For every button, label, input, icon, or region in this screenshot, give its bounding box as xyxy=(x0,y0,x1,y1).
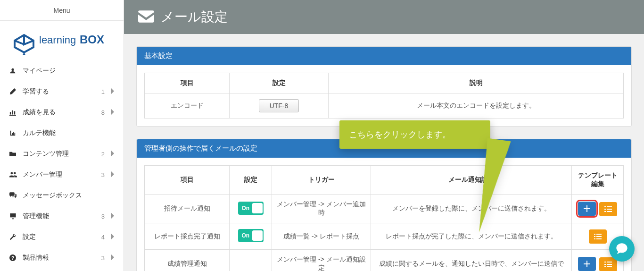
sidebar-item-badge: 8 xyxy=(101,109,105,116)
encode-button[interactable]: UTF-8 xyxy=(259,99,299,112)
sidebar-item-label: 成績を見る xyxy=(23,108,101,117)
wrench-icon xyxy=(9,234,20,240)
pencil-icon xyxy=(9,88,20,95)
tutorial-callout: こちらをクリックします。 xyxy=(339,120,490,149)
users-icon xyxy=(9,171,20,178)
sidebar-item-label: カルテ機能 xyxy=(23,129,115,137)
sidebar-item-contents[interactable]: コンテンツ管理 2 xyxy=(0,144,124,164)
menu-label: Menu xyxy=(53,7,70,14)
toggle-on[interactable]: On xyxy=(238,202,264,215)
cell-item: エンコード xyxy=(145,93,230,119)
col-desc: 説明 xyxy=(329,73,624,93)
cell-trigger: メンバー管理 -> メンバー追加時 xyxy=(272,195,371,223)
cell-desc: メンバーを登録した際に、メンバーに送信されます。 xyxy=(371,195,572,223)
table-header-row: 項目 設定 トリガー メール通知説明 テンプレート編集 xyxy=(145,166,624,195)
sidebar-nav: マイページ 学習する 1 成績を見る 8 カルテ機能 コンテンツ管理 2 メンバ… xyxy=(0,60,124,271)
sidebar-item-karte[interactable]: カルテ機能 xyxy=(0,123,124,144)
cell-item: 成績管理通知 xyxy=(145,250,230,271)
table-row: 成績管理通知 メンバー管理 -> メール通知設定 成績に関するメールを、通知した… xyxy=(145,250,624,271)
sidebar-item-badge: 2 xyxy=(101,151,105,158)
add-template-button[interactable] xyxy=(578,202,596,216)
question-icon xyxy=(9,254,20,261)
cell-setting xyxy=(230,250,272,271)
sidebar-item-members[interactable]: メンバー管理 3 xyxy=(0,164,124,185)
cell-template xyxy=(572,195,624,223)
cell-setting: UTF-8 xyxy=(230,93,329,119)
chevron-right-icon xyxy=(110,233,115,241)
col-template: テンプレート編集 xyxy=(572,166,624,195)
chevron-right-icon xyxy=(110,171,115,178)
sidebar-item-label: 設定 xyxy=(23,233,101,241)
list-template-button[interactable] xyxy=(599,202,617,216)
col-item: 項目 xyxy=(145,166,230,195)
chart-icon xyxy=(9,109,20,116)
admin-mail-panel: 管理者側の操作で届くメールの設定 項目 設定 トリガー メール通知説明 テンプレ… xyxy=(136,139,632,271)
sidebar-item-label: コンテンツ管理 xyxy=(23,150,101,158)
sidebar-item-badge: 1 xyxy=(101,88,105,95)
sidebar: Menu learning BOX マイページ 学習する 1 成績を見る 8 xyxy=(0,0,124,271)
brand-text-box: BOX xyxy=(80,33,104,46)
sidebar-item-label: メッセージボックス xyxy=(23,191,115,200)
comments-icon xyxy=(9,192,20,199)
content: 基本設定 項目 設定 説明 エンコード UTF-8 メール本文のエンコードを設定 xyxy=(124,34,644,271)
basic-settings-panel: 基本設定 項目 設定 説明 エンコード UTF-8 メール本文のエンコードを設定 xyxy=(136,46,632,127)
toggle-knob xyxy=(252,203,263,213)
cell-desc: 成績に関するメールを、通知したい日時で、メンバーに送信で xyxy=(371,250,572,271)
sidebar-item-badge: 3 xyxy=(101,254,105,262)
sidebar-item-label: マイページ xyxy=(23,67,115,75)
cell-trigger: メンバー管理 -> メール通知設定 xyxy=(272,250,371,271)
sidebar-item-label: 学習する xyxy=(23,87,101,96)
cell-item: レポート採点完了通知 xyxy=(145,223,230,250)
user-icon xyxy=(9,68,20,74)
sidebar-item-admin[interactable]: 管理機能 3 xyxy=(0,206,124,227)
list-template-button[interactable] xyxy=(589,229,607,244)
sidebar-item-badge: 3 xyxy=(101,213,105,220)
sidebar-item-label: 管理機能 xyxy=(23,212,101,220)
sidebar-item-settings[interactable]: 設定 4 xyxy=(0,227,124,247)
table-row: エンコード UTF-8 メール本文のエンコードを設定します。 xyxy=(145,93,624,119)
sidebar-item-messages[interactable]: メッセージボックス xyxy=(0,185,124,206)
chevron-right-icon xyxy=(110,109,115,116)
cell-desc: メール本文のエンコードを設定します。 xyxy=(329,93,624,119)
cell-setting: On xyxy=(230,195,272,223)
sidebar-item-label: 製品情報 xyxy=(23,254,101,262)
col-item: 項目 xyxy=(145,73,230,93)
toggle-on[interactable]: On xyxy=(238,229,264,242)
basic-settings-table: 項目 設定 説明 エンコード UTF-8 メール本文のエンコードを設定します。 xyxy=(144,73,624,119)
panel-title: 基本設定 xyxy=(137,47,631,65)
chat-launcher[interactable] xyxy=(609,236,635,262)
page-header: メール設定 xyxy=(124,0,644,34)
brand-logo[interactable]: learning BOX xyxy=(0,21,124,60)
table-row: 招待メール通知 On メンバー管理 -> メンバー追加時 メンバーを登録した際に… xyxy=(145,195,624,223)
col-setting: 設定 xyxy=(230,73,329,93)
sidebar-item-mypage[interactable]: マイページ xyxy=(0,60,124,81)
table-row: レポート採点完了通知 On 成績一覧 -> レポート採点 レポート採点が完了した… xyxy=(145,223,624,250)
chevron-right-icon xyxy=(110,88,115,95)
col-setting: 設定 xyxy=(230,166,272,195)
menu-header: Menu xyxy=(0,0,124,21)
chat-icon xyxy=(615,242,628,255)
col-trigger: トリガー xyxy=(272,166,371,195)
add-template-button[interactable] xyxy=(578,257,596,271)
admin-mail-table: 項目 設定 トリガー メール通知説明 テンプレート編集 招待メール通知 On メ… xyxy=(144,165,624,271)
folder-icon xyxy=(9,151,20,157)
callout-text: こちらをクリックします。 xyxy=(349,130,451,139)
brand-text-learning: learning xyxy=(39,34,76,46)
sidebar-item-product-info[interactable]: 製品情報 3 xyxy=(0,247,124,268)
sidebar-item-badge: 4 xyxy=(101,234,105,241)
toggle-knob xyxy=(252,230,263,241)
chevron-right-icon xyxy=(110,212,115,220)
sidebar-item-learn[interactable]: 学習する 1 xyxy=(0,81,124,102)
stats-icon xyxy=(9,130,20,136)
cell-trigger: 成績一覧 -> レポート採点 xyxy=(272,223,371,250)
envelope-icon xyxy=(138,10,154,24)
cell-setting: On xyxy=(230,223,272,250)
cell-desc: レポート採点が完了した際に、メンバーに送信されます。 xyxy=(371,223,572,250)
page-title: メール設定 xyxy=(161,8,228,26)
chevron-right-icon xyxy=(110,254,115,262)
sidebar-item-grades[interactable]: 成績を見る 8 xyxy=(0,102,124,123)
sidebar-item-label: メンバー管理 xyxy=(23,170,101,179)
chevron-right-icon xyxy=(110,150,115,158)
sidebar-item-badge: 3 xyxy=(101,171,105,178)
table-header-row: 項目 設定 説明 xyxy=(145,73,624,93)
